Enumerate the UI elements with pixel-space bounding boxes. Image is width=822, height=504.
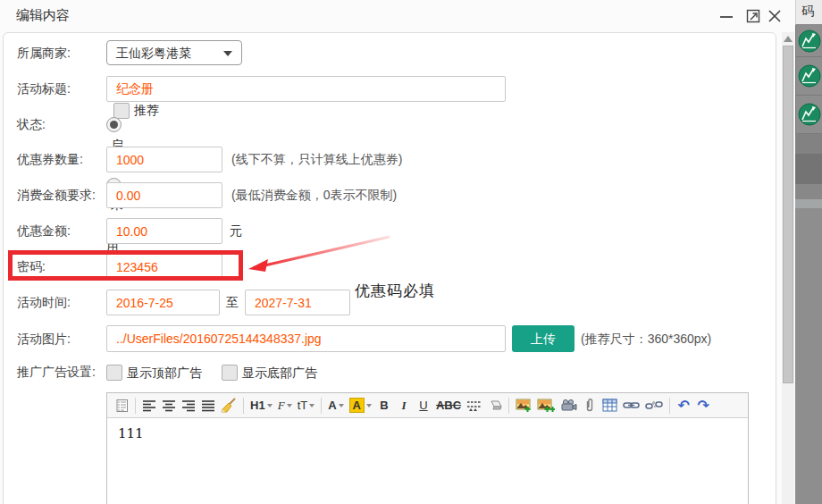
source-button[interactable] bbox=[113, 396, 130, 416]
recommend-label: 推荐 bbox=[134, 103, 159, 117]
align-center-button[interactable] bbox=[160, 396, 178, 416]
editor-content[interactable]: 111 bbox=[107, 418, 748, 504]
discount-amount-unit: 元 bbox=[230, 218, 242, 244]
undo-button[interactable]: ↶ bbox=[675, 396, 692, 416]
coupon-count-input[interactable] bbox=[106, 147, 222, 172]
discount-amount-input[interactable] bbox=[106, 218, 222, 244]
password-annotation-text: 优惠码必填 bbox=[355, 281, 435, 301]
link-icon bbox=[623, 400, 640, 410]
activity-image-label: 活动图片: bbox=[17, 325, 106, 352]
dialog-body-panel: 所属商家: 王仙彩粤港菜 活动标题: 推荐 bbox=[3, 32, 776, 504]
chevron-down-icon bbox=[309, 404, 315, 407]
upload-button[interactable]: 上传 bbox=[512, 325, 575, 352]
font-color-glyph: A bbox=[328, 399, 336, 412]
discount-amount-label: 优惠金额: bbox=[17, 218, 106, 244]
show-bottom-ad-checkbox[interactable] bbox=[222, 365, 238, 381]
italic-button[interactable]: I bbox=[395, 396, 413, 416]
scroll-up-arrow-icon[interactable] bbox=[784, 36, 793, 42]
close-icon bbox=[767, 9, 782, 23]
format-brush-icon bbox=[221, 398, 237, 413]
heading-h-glyph: H bbox=[250, 399, 258, 412]
maximize-button[interactable] bbox=[744, 7, 762, 25]
attachment-button[interactable] bbox=[581, 396, 599, 416]
insert-video-icon bbox=[560, 399, 577, 412]
insert-video-button[interactable] bbox=[558, 396, 579, 416]
toolbar-separator bbox=[669, 398, 670, 414]
source-icon bbox=[115, 399, 129, 413]
unlink-icon bbox=[645, 399, 663, 411]
align-right-button[interactable] bbox=[180, 396, 197, 416]
strikethrough-button[interactable]: ABC bbox=[434, 396, 463, 416]
chart-icon bbox=[798, 103, 821, 126]
toolbar-separator bbox=[243, 398, 244, 414]
show-top-ad-checkbox[interactable] bbox=[106, 365, 122, 381]
activity-title-input[interactable] bbox=[106, 76, 506, 102]
chevron-down-icon bbox=[223, 51, 232, 56]
align-left-button[interactable] bbox=[140, 396, 158, 416]
table-button[interactable] bbox=[600, 396, 619, 416]
letter-spacing-button[interactable] bbox=[465, 396, 483, 416]
italic-glyph: I bbox=[401, 399, 406, 413]
password-input[interactable] bbox=[106, 254, 222, 280]
align-justify-icon bbox=[201, 399, 215, 412]
min-spend-input[interactable] bbox=[106, 182, 222, 208]
eraser-icon bbox=[487, 399, 502, 411]
font-family-dropdown-button[interactable]: F bbox=[276, 396, 294, 416]
background-band bbox=[795, 134, 822, 154]
insert-image-button[interactable] bbox=[514, 396, 533, 416]
font-color-button[interactable]: A bbox=[326, 396, 345, 416]
activity-time-start-input[interactable] bbox=[106, 290, 220, 315]
minimize-icon bbox=[719, 9, 734, 23]
merchant-select[interactable]: 王仙彩粤港菜 bbox=[106, 40, 242, 65]
font-size-dropdown-button[interactable]: tT bbox=[296, 396, 317, 416]
bold-button[interactable]: B bbox=[375, 396, 393, 416]
insert-image-icon bbox=[516, 399, 532, 413]
min-spend-label: 消费金额要求: bbox=[17, 182, 106, 208]
insert-images-button[interactable] bbox=[535, 396, 557, 416]
activity-time-label: 活动时间: bbox=[17, 290, 106, 315]
heading-dropdown-button[interactable]: H1 bbox=[248, 396, 274, 416]
underline-button[interactable]: U bbox=[415, 396, 432, 416]
background-color-button[interactable]: A bbox=[348, 396, 373, 416]
rich-text-editor: H1 F tT A bbox=[106, 392, 749, 504]
maximize-icon bbox=[746, 9, 761, 24]
activity-time-end-input[interactable] bbox=[245, 290, 350, 315]
align-justify-button[interactable] bbox=[199, 396, 217, 416]
redo-button[interactable]: ↷ bbox=[694, 396, 712, 416]
chevron-down-icon bbox=[366, 404, 372, 407]
undo-icon: ↶ bbox=[677, 399, 689, 413]
vertical-scrollbar[interactable] bbox=[782, 32, 794, 504]
chevron-down-icon bbox=[339, 404, 344, 407]
show-bottom-ad-label: 显示底部广告 bbox=[242, 365, 317, 380]
align-left-icon bbox=[142, 399, 156, 412]
minimize-button[interactable] bbox=[717, 7, 735, 25]
status-radio-enabled[interactable] bbox=[106, 117, 122, 132]
close-button[interactable] bbox=[766, 7, 784, 25]
format-brush-button[interactable] bbox=[219, 396, 239, 416]
align-right-icon bbox=[181, 399, 196, 412]
unlink-button[interactable] bbox=[643, 396, 665, 416]
background-table-row bbox=[795, 25, 822, 57]
background-page-strip: 码 bbox=[795, 0, 822, 504]
eraser-button[interactable] bbox=[485, 396, 504, 416]
merchant-label: 所属商家: bbox=[17, 40, 106, 66]
insert-images-icon bbox=[537, 399, 555, 413]
activity-image-input[interactable] bbox=[106, 325, 506, 352]
chevron-down-icon bbox=[267, 404, 273, 407]
background-band bbox=[795, 199, 822, 208]
toolbar-separator bbox=[135, 398, 136, 414]
heading-level-glyph: 1 bbox=[258, 399, 264, 412]
redo-icon: ↷ bbox=[697, 399, 709, 413]
activity-image-note: (推荐尺寸：360*360px) bbox=[581, 325, 711, 352]
table-icon bbox=[602, 399, 617, 412]
toolbar-separator bbox=[321, 398, 322, 414]
font-size-glyph: tT bbox=[298, 399, 308, 412]
background-column-header: 码 bbox=[795, 0, 822, 25]
dialog-title: 编辑内容 bbox=[16, 7, 70, 24]
scrollbar-thumb[interactable] bbox=[783, 46, 793, 383]
underline-glyph: U bbox=[419, 399, 427, 412]
merchant-selected-value: 王仙彩粤港菜 bbox=[116, 46, 191, 62]
background-band bbox=[795, 154, 822, 184]
password-label: 密码: bbox=[17, 254, 106, 280]
link-button[interactable] bbox=[621, 396, 642, 416]
